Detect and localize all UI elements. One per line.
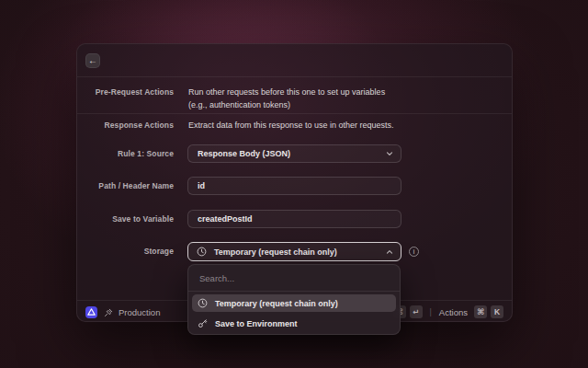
storage-select-value: Temporary (request chain only) <box>214 247 379 257</box>
info-icon-glyph: i <box>413 248 415 255</box>
chevron-down-icon <box>386 150 393 157</box>
source-select-value: Response Body (JSON) <box>198 149 386 158</box>
back-button[interactable]: ← <box>85 53 100 68</box>
k-key-badge: K <box>491 305 503 318</box>
back-arrow-icon: ← <box>88 55 97 65</box>
option-label: Save to Environment <box>215 319 298 328</box>
cmd-key-badge: ⌘ <box>474 305 487 318</box>
field-label-path: Path / Header Name <box>77 179 174 192</box>
clock-icon <box>198 298 208 308</box>
header-divider <box>77 76 512 77</box>
environment-label: Production <box>119 307 160 317</box>
modal-header: ← <box>77 44 512 76</box>
actions-button[interactable]: Actions ⌘ K <box>439 305 503 318</box>
storage-select[interactable]: Temporary (request chain only) <box>187 242 401 261</box>
section-label-response: Response Actions <box>77 119 174 132</box>
chevron-up-icon <box>386 248 393 256</box>
source-select[interactable]: Response Body (JSON) <box>187 144 401 163</box>
option-save-to-environment[interactable]: Save to Environment <box>192 315 396 332</box>
field-label-source: Rule 1: Source <box>77 147 174 160</box>
plug-icon <box>104 307 114 317</box>
enter-key-badge: ↵ <box>410 305 423 318</box>
section-divider <box>77 113 512 114</box>
variable-input[interactable] <box>187 210 401 228</box>
triangle-logo-icon <box>87 308 96 316</box>
app-logo[interactable] <box>85 306 97 318</box>
info-icon[interactable]: i <box>409 247 419 257</box>
pre-request-description-line2: (e.g., authentication tokens) <box>188 98 385 111</box>
response-description: Extract data from this response to use i… <box>188 119 394 132</box>
option-temporary[interactable]: Temporary (request chain only) <box>192 294 396 312</box>
option-label: Temporary (request chain only) <box>215 299 338 308</box>
dropdown-search-input[interactable] <box>188 265 400 292</box>
dropdown-options: Temporary (request chain only) Save to E… <box>188 292 400 335</box>
shortcut-separator: | <box>426 307 435 316</box>
clock-icon <box>197 247 207 257</box>
pre-request-description-line1: Run other requests before this one to se… <box>188 86 385 98</box>
field-label-variable: Save to Variable <box>77 213 174 225</box>
environment-selector[interactable]: Production <box>104 307 160 317</box>
actions-label: Actions <box>439 307 468 317</box>
storage-dropdown: Temporary (request chain only) Save to E… <box>187 264 401 335</box>
pre-request-description: Run other requests before this one to se… <box>188 86 385 111</box>
path-input[interactable] <box>187 177 401 195</box>
key-icon <box>198 318 208 328</box>
status-bar-right: ⌘ ↵ | Actions ⌘ K <box>393 305 504 318</box>
field-label-storage: Storage <box>77 245 174 258</box>
section-label-pre-request: Pre-Request Actions <box>77 86 174 98</box>
